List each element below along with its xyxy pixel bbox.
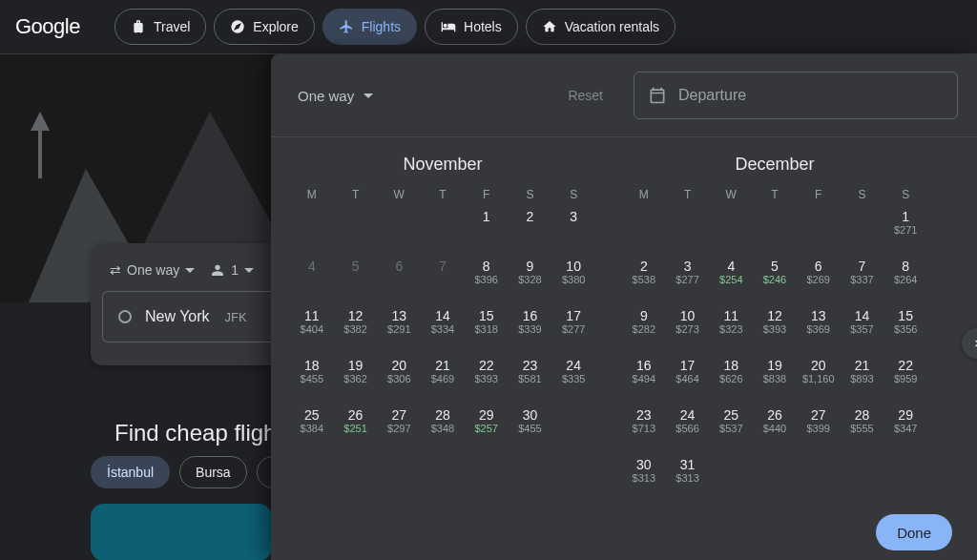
day-number: 1 bbox=[883, 209, 927, 224]
calendar-day[interactable]: 3$277 bbox=[666, 257, 710, 297]
calendar-day[interactable]: 9$282 bbox=[622, 306, 666, 346]
calendar-day[interactable]: 5$246 bbox=[753, 257, 797, 297]
calendar-day[interactable]: 25$384 bbox=[290, 405, 334, 446]
calendar-day[interactable]: 26$251 bbox=[334, 405, 378, 446]
day-number: 25 bbox=[709, 407, 753, 423]
calendar-day[interactable]: 11$323 bbox=[709, 306, 753, 346]
day-price: $393 bbox=[465, 373, 509, 385]
calendar-day[interactable]: 24$566 bbox=[666, 405, 710, 446]
calendar-day[interactable]: 3 bbox=[551, 207, 595, 247]
calendar-day[interactable]: 26$440 bbox=[753, 405, 797, 446]
calendar-day[interactable]: 18$626 bbox=[709, 356, 753, 396]
next-month-button[interactable] bbox=[962, 328, 977, 359]
calendar-day[interactable]: 8$396 bbox=[465, 257, 509, 297]
calendar-day[interactable]: 8$264 bbox=[883, 257, 927, 297]
calendar-day[interactable]: 2$538 bbox=[622, 257, 666, 297]
day-number: 6 bbox=[797, 259, 841, 274]
calendar-day[interactable]: 27$399 bbox=[797, 405, 841, 446]
calendar-day[interactable]: 12$393 bbox=[753, 306, 797, 346]
calendar-day[interactable]: 28$555 bbox=[841, 405, 884, 446]
day-number: 5 bbox=[334, 259, 378, 274]
day-number: 15 bbox=[883, 308, 927, 323]
map-thumbnail[interactable] bbox=[91, 504, 272, 560]
nav-hotels-label: Hotels bbox=[464, 19, 502, 34]
modal-trip-type-dropdown[interactable]: One way bbox=[290, 78, 381, 114]
calendar-day[interactable]: 6$269 bbox=[797, 257, 841, 297]
calendar-day[interactable]: 19$838 bbox=[753, 356, 797, 396]
google-logo[interactable]: Google bbox=[15, 14, 80, 39]
calendar-day[interactable]: 16$339 bbox=[509, 306, 552, 346]
luggage-icon bbox=[131, 19, 146, 34]
calendar-day[interactable]: 14$357 bbox=[841, 306, 884, 346]
day-number: 11 bbox=[709, 308, 753, 323]
explore-icon bbox=[230, 19, 245, 34]
calendar-day[interactable]: 13$291 bbox=[377, 306, 421, 346]
nav-explore[interactable]: Explore bbox=[214, 9, 314, 45]
calendar-day[interactable]: 30$455 bbox=[509, 405, 552, 446]
passengers-dropdown[interactable]: 1 bbox=[210, 262, 254, 278]
day-number: 2 bbox=[509, 209, 552, 224]
calendar-day[interactable]: 17$464 bbox=[666, 356, 710, 396]
calendar-day[interactable]: 15$356 bbox=[883, 306, 927, 346]
day-price: $251 bbox=[334, 423, 378, 435]
calendar-day[interactable]: 13$369 bbox=[797, 306, 841, 346]
city-chip-istanbul[interactable]: İstanbul bbox=[91, 456, 170, 488]
day-price: $273 bbox=[666, 323, 710, 336]
nav-hotels[interactable]: Hotels bbox=[425, 9, 518, 45]
calendar-day[interactable]: 21$893 bbox=[841, 356, 884, 396]
calendar-day[interactable]: 10$273 bbox=[666, 306, 710, 346]
calendar-day[interactable]: 17$277 bbox=[551, 306, 595, 346]
calendar-day[interactable]: 20$1,160 bbox=[797, 356, 841, 396]
calendar-day[interactable]: 22$959 bbox=[883, 356, 927, 396]
city-chip-bursa[interactable]: Bursa bbox=[179, 456, 247, 488]
calendar-day[interactable]: 22$393 bbox=[465, 356, 509, 396]
calendar-day[interactable]: 29$347 bbox=[883, 405, 927, 446]
calendar-day[interactable]: 11$404 bbox=[290, 306, 334, 346]
nav-chips: Travel Explore Flights Hotels Vacation r… bbox=[114, 9, 676, 45]
calendar-day[interactable]: 20$306 bbox=[377, 356, 421, 396]
day-price: $277 bbox=[551, 323, 595, 336]
reset-button[interactable]: Reset bbox=[554, 80, 616, 111]
day-number: 4 bbox=[290, 259, 334, 274]
day-number: 27 bbox=[377, 407, 421, 423]
calendar-day[interactable]: 7$337 bbox=[841, 257, 884, 297]
nav-vacation[interactable]: Vacation rentals bbox=[526, 9, 676, 45]
calendar-day[interactable]: 29$257 bbox=[465, 405, 509, 446]
calendar-day[interactable]: 18$455 bbox=[290, 356, 334, 396]
day-price: $348 bbox=[421, 423, 465, 435]
day-price: $959 bbox=[883, 373, 927, 385]
calendar-day[interactable]: 27$297 bbox=[377, 405, 421, 446]
calendar-day[interactable]: 12$382 bbox=[334, 306, 378, 346]
calendar-day[interactable]: 10$380 bbox=[551, 257, 595, 297]
calendar-day[interactable]: 19$362 bbox=[334, 356, 378, 396]
nav-travel[interactable]: Travel bbox=[114, 9, 206, 45]
day-number: 24 bbox=[551, 358, 595, 373]
dow: W bbox=[709, 188, 753, 201]
calendar-day[interactable]: 1$271 bbox=[883, 207, 927, 247]
day-price: $566 bbox=[666, 423, 710, 435]
calendar-day[interactable]: 23$713 bbox=[622, 405, 666, 446]
departure-input[interactable]: Departure bbox=[634, 72, 958, 119]
calendar-day[interactable]: 25$537 bbox=[709, 405, 753, 446]
trip-type-dropdown[interactable]: ⇄ One way bbox=[110, 262, 195, 278]
nav-flights[interactable]: Flights bbox=[322, 9, 417, 45]
calendar-day[interactable]: 24$335 bbox=[551, 356, 595, 396]
calendar-day[interactable]: 16$494 bbox=[622, 356, 666, 396]
day-price: $291 bbox=[377, 323, 421, 336]
calendar-day[interactable]: 9$328 bbox=[509, 257, 552, 297]
day-number: 19 bbox=[334, 358, 378, 373]
dow-row: M T W T F S S bbox=[290, 188, 595, 201]
calendar-day[interactable]: 1 bbox=[465, 207, 509, 247]
calendar-day[interactable]: 21$469 bbox=[421, 356, 465, 396]
day-price: $469 bbox=[421, 373, 465, 385]
done-button[interactable]: Done bbox=[876, 514, 952, 550]
calendar-day[interactable]: 28$348 bbox=[421, 405, 465, 446]
calendar-day[interactable]: 14$334 bbox=[421, 306, 465, 346]
calendar-day[interactable]: 2 bbox=[509, 207, 552, 247]
calendar-day[interactable]: 4$254 bbox=[709, 257, 753, 297]
calendar-day[interactable]: 31$313 bbox=[666, 455, 710, 495]
calendar-day[interactable]: 30$313 bbox=[622, 455, 666, 495]
calendar-day[interactable]: 23$581 bbox=[509, 356, 552, 396]
day-number: 23 bbox=[622, 407, 666, 423]
calendar-day[interactable]: 15$318 bbox=[465, 306, 509, 346]
